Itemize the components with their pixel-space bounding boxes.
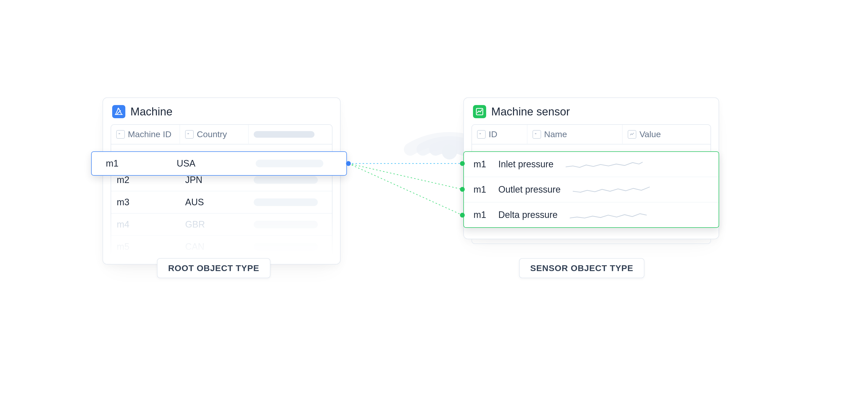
- col-label: Value: [639, 129, 661, 139]
- col-label: Machine ID: [128, 129, 172, 139]
- machine-col-placeholder-header: [248, 125, 332, 144]
- cell-name: Inlet pressure: [492, 152, 560, 177]
- table-row: m1 Outlet pressure: [464, 177, 719, 202]
- table-row: m4 GBR: [111, 213, 332, 236]
- col-label: Name: [544, 129, 567, 139]
- machine-highlight-row[interactable]: m1 USA: [91, 151, 347, 176]
- cell-id: m1: [464, 202, 492, 227]
- svg-line-7: [348, 163, 462, 189]
- sparkline-icon: [628, 226, 701, 238]
- cell-placeholder: [250, 152, 346, 175]
- sensor-col-id-header: ” ID: [472, 125, 527, 144]
- machine-type-icon: [112, 105, 125, 118]
- sensor-highlight-rows[interactable]: m1 Inlet pressure m1 Outlet pressure m1 …: [463, 151, 719, 228]
- cell-country: CAN: [180, 236, 248, 258]
- string-type-icon: ”: [116, 130, 125, 139]
- cell-name: Outlet pressure: [492, 177, 567, 202]
- link-connector: [346, 149, 465, 236]
- cell-id: m1: [92, 152, 170, 175]
- cell-country: AUS: [180, 191, 248, 213]
- sensor-type-icon: [473, 105, 486, 118]
- cell-id: m5: [111, 236, 180, 258]
- col-label: Country: [197, 129, 227, 139]
- cell-placeholder: [248, 214, 332, 236]
- svg-point-9: [346, 161, 350, 165]
- svg-text:”: ”: [534, 132, 536, 136]
- machine-col-country-header: ” Country: [180, 125, 248, 144]
- cell-sparkline: [564, 202, 657, 227]
- table-row: m1 Delta pressure: [464, 202, 719, 227]
- col-label: ID: [489, 129, 497, 139]
- string-type-icon: ”: [185, 130, 194, 139]
- timeseries-type-icon: [628, 130, 636, 139]
- cell-id: m1: [464, 177, 492, 202]
- cell-id: m3: [111, 191, 180, 213]
- table-row: m5 CAN: [111, 236, 332, 258]
- cell-sparkline: [560, 152, 653, 177]
- sensor-col-name-header: ” Name: [527, 125, 622, 144]
- cell-country: GBR: [180, 214, 248, 236]
- cell-placeholder: [248, 236, 332, 258]
- cell-sparkline: [567, 177, 660, 202]
- cell-id: m4: [111, 214, 180, 236]
- sparkline-icon: [573, 184, 650, 195]
- svg-text:”: ”: [119, 132, 120, 136]
- sparkline-icon: [570, 209, 647, 221]
- sensor-object-type-caption: SENSOR OBJECT TYPE: [519, 258, 644, 278]
- string-type-icon: ”: [477, 130, 486, 139]
- table-row: m3 AUS: [111, 191, 332, 213]
- svg-text:”: ”: [479, 132, 481, 136]
- root-object-type-caption: ROOT OBJECT TYPE: [157, 258, 271, 278]
- svg-text:”: ”: [187, 132, 189, 136]
- placeholder-pill: [254, 131, 314, 138]
- sensor-col-value-header: Value: [622, 125, 711, 144]
- svg-point-0: [442, 144, 457, 159]
- machine-col-id-header: ” Machine ID: [111, 125, 180, 144]
- machine-panel: Machine ” Machine ID ” Country: [102, 97, 341, 264]
- machine-table: ” Machine ID ” Country m2: [111, 124, 333, 258]
- svg-line-8: [348, 163, 462, 215]
- sensor-panel-title: Machine sensor: [491, 105, 570, 118]
- machine-panel-title: Machine: [130, 105, 173, 118]
- cell-country: USA: [170, 152, 250, 175]
- cell-name: Delta pressure: [492, 202, 564, 227]
- string-type-icon: ”: [532, 130, 541, 139]
- cell-placeholder: [248, 191, 332, 213]
- cell-id: m1: [464, 152, 492, 177]
- table-row: m1 Inlet pressure: [464, 152, 719, 177]
- sparkline-icon: [566, 158, 643, 170]
